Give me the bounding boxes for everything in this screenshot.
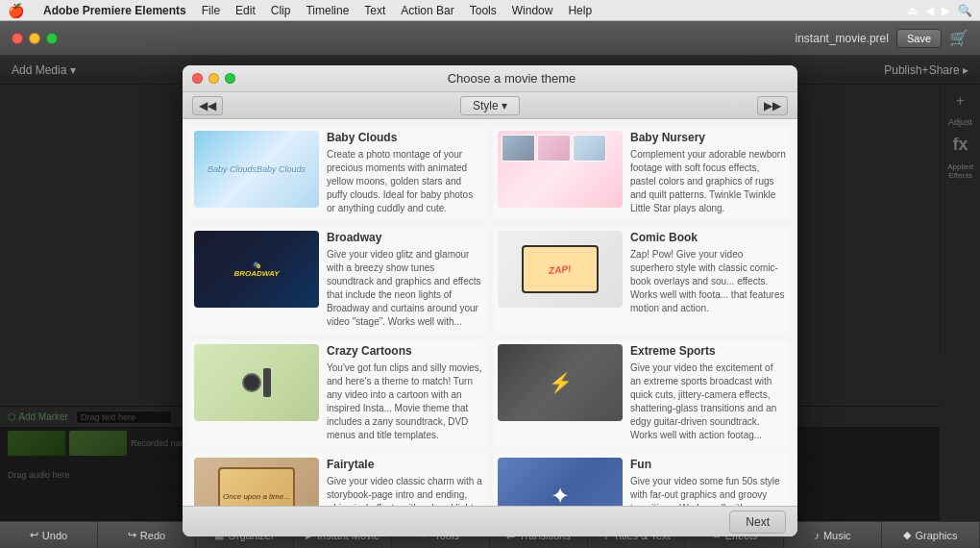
menu-text[interactable]: Text bbox=[364, 4, 385, 17]
theme-info-fairytale: Fairytale Give your video classic charm … bbox=[327, 458, 482, 506]
theme-desc-extreme-sports: Give your video the excitement of an ext… bbox=[630, 361, 786, 442]
modal-maximize-button[interactable] bbox=[225, 73, 235, 84]
style-button[interactable]: Style ▾ bbox=[460, 96, 520, 115]
modal-title: Choose a movie theme bbox=[235, 71, 788, 86]
theme-info-extreme-sports: Extreme Sports Give your video the excit… bbox=[630, 344, 786, 442]
graphics-label: Graphics bbox=[915, 530, 957, 541]
app-name: Adobe Premiere Elements bbox=[43, 4, 186, 17]
music-button[interactable]: ♪ Music bbox=[784, 522, 882, 548]
theme-card-crazy-cartoons[interactable]: Crazy Cartoons You've got fun clips and … bbox=[190, 340, 486, 446]
menu-help[interactable]: Help bbox=[568, 4, 592, 17]
theme-card-extreme-sports[interactable]: ⚡ Extreme Sports Give your video the exc… bbox=[494, 340, 790, 446]
maximize-button[interactable] bbox=[46, 33, 58, 44]
menu-bar: 🍎 Adobe Premiere Elements File Edit Clip… bbox=[0, 0, 980, 21]
theme-card-fairytale[interactable]: Once upon a time... Fairytale Give your … bbox=[190, 454, 486, 506]
theme-name-baby-clouds: Baby Clouds bbox=[327, 131, 482, 144]
save-button[interactable]: Save bbox=[896, 29, 942, 48]
theme-thumb-comic-book: ZAP! bbox=[498, 231, 623, 308]
theme-desc-crazy-cartoons: You've got fun clips and silly movies, a… bbox=[327, 361, 482, 442]
graphics-button[interactable]: ◆ Graphics bbox=[882, 522, 980, 548]
menu-timeline[interactable]: Timeline bbox=[306, 4, 349, 17]
menu-bar-icon-4: 🔍 bbox=[958, 4, 972, 17]
menu-tools[interactable]: Tools bbox=[470, 4, 497, 17]
window-controls bbox=[12, 33, 58, 44]
theme-card-baby-nursery[interactable]: Baby Nursery Complement your adorable ne… bbox=[494, 127, 790, 219]
filename-label: instant_movie.prel bbox=[796, 32, 889, 45]
menu-bar-icon-2: ◀ bbox=[925, 4, 934, 17]
menu-bar-right: ⏏ ◀ ▶ 🔍 bbox=[907, 4, 972, 17]
minimize-button[interactable] bbox=[29, 33, 40, 44]
modal-toolbar: ◀◀ Style ▾ ▶▶ bbox=[183, 92, 797, 119]
theme-name-baby-nursery: Baby Nursery bbox=[630, 131, 786, 144]
theme-thumb-fun: ✦ bbox=[498, 458, 623, 506]
music-icon: ♪ bbox=[814, 530, 820, 541]
theme-name-broadway: Broadway bbox=[327, 231, 482, 244]
menu-clip[interactable]: Clip bbox=[271, 4, 291, 17]
theme-desc-baby-clouds: Create a photo montage of your precious … bbox=[327, 148, 482, 215]
cart-icon[interactable]: 🛒 bbox=[949, 29, 968, 47]
undo-label: Undo bbox=[42, 530, 67, 541]
theme-thumb-baby-nursery bbox=[498, 131, 623, 208]
modal-footer: Next bbox=[183, 506, 797, 536]
menu-action-bar[interactable]: Action Bar bbox=[401, 4, 453, 17]
theme-desc-comic-book: Zap! Pow! Give your video superhero styl… bbox=[630, 248, 786, 315]
music-label: Music bbox=[823, 530, 851, 541]
graphics-icon: ◆ bbox=[903, 529, 911, 541]
redo-button[interactable]: ↪ Redo bbox=[98, 522, 196, 548]
theme-info-broadway: Broadway Give your video glitz and glamo… bbox=[327, 231, 482, 329]
theme-name-fairytale: Fairytale bbox=[327, 458, 482, 471]
menu-bar-icon-1: ⏏ bbox=[907, 4, 918, 17]
theme-desc-baby-nursery: Complement your adorable newborn footage… bbox=[630, 148, 786, 215]
theme-name-comic-book: Comic Book bbox=[630, 231, 786, 244]
theme-name-fun: Fun bbox=[630, 458, 786, 471]
modal-overlay: Choose a movie theme ◀◀ Style ▾ ▶▶ Baby … bbox=[0, 56, 980, 521]
next-button[interactable]: Next bbox=[729, 511, 786, 534]
modal-titlebar: Choose a movie theme bbox=[183, 65, 797, 92]
theme-desc-fun: Give your video some fun 50s style with … bbox=[630, 475, 786, 506]
theme-card-fun[interactable]: ✦ Fun Give your video some fun 50s style… bbox=[494, 454, 790, 506]
theme-name-extreme-sports: Extreme Sports bbox=[630, 344, 786, 358]
modal-dialog: Choose a movie theme ◀◀ Style ▾ ▶▶ Baby … bbox=[183, 65, 797, 536]
theme-info-crazy-cartoons: Crazy Cartoons You've got fun clips and … bbox=[327, 344, 482, 442]
modal-close-button[interactable] bbox=[192, 73, 203, 84]
nav-left-button[interactable]: ◀◀ bbox=[192, 96, 223, 115]
theme-desc-broadway: Give your video glitz and glamour with a… bbox=[327, 248, 482, 329]
modal-minimize-button[interactable] bbox=[208, 73, 219, 84]
menu-window[interactable]: Window bbox=[512, 4, 553, 17]
redo-label: Redo bbox=[140, 530, 165, 541]
theme-card-broadway[interactable]: 🎭 BROADWAY Broadway Give your video glit… bbox=[190, 227, 486, 333]
theme-info-baby-clouds: Baby Clouds Create a photo montage of yo… bbox=[327, 131, 482, 215]
menu-bar-icon-3: ▶ bbox=[942, 4, 950, 17]
apple-menu[interactable]: 🍎 bbox=[8, 3, 24, 18]
redo-icon: ↪ bbox=[128, 529, 136, 541]
top-toolbar: instant_movie.prel Save 🛒 bbox=[0, 21, 980, 56]
undo-button[interactable]: ↩ Undo bbox=[0, 522, 98, 548]
modal-window-controls bbox=[192, 73, 235, 84]
theme-info-baby-nursery: Baby Nursery Complement your adorable ne… bbox=[630, 131, 786, 215]
theme-thumb-baby-clouds: Baby Clouds bbox=[194, 131, 319, 208]
modal-content: Baby Clouds Baby Clouds Create a photo m… bbox=[183, 119, 797, 506]
theme-thumb-broadway: 🎭 BROADWAY bbox=[194, 231, 319, 308]
nav-right-button[interactable]: ▶▶ bbox=[757, 96, 788, 115]
undo-icon: ↩ bbox=[30, 529, 38, 541]
theme-thumb-extreme-sports: ⚡ bbox=[498, 344, 623, 421]
menu-edit[interactable]: Edit bbox=[235, 4, 256, 17]
menu-file[interactable]: File bbox=[202, 4, 220, 17]
theme-card-comic-book[interactable]: ZAP! Comic Book Zap! Pow! Give your vide… bbox=[494, 227, 790, 333]
theme-thumb-fairytale: Once upon a time... bbox=[194, 458, 319, 506]
theme-name-crazy-cartoons: Crazy Cartoons bbox=[327, 344, 482, 358]
theme-desc-fairytale: Give your video classic charm with a sto… bbox=[327, 475, 482, 506]
theme-card-baby-clouds[interactable]: Baby Clouds Baby Clouds Create a photo m… bbox=[190, 127, 486, 219]
close-button[interactable] bbox=[12, 33, 23, 44]
theme-thumb-crazy-cartoons bbox=[194, 344, 319, 421]
theme-info-comic-book: Comic Book Zap! Pow! Give your video sup… bbox=[630, 231, 786, 329]
theme-info-fun: Fun Give your video some fun 50s style w… bbox=[630, 458, 786, 506]
